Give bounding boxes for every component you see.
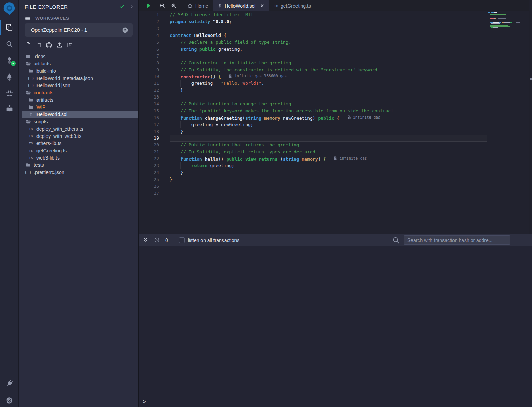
code-line-4[interactable]: 4contract HelloWorld { — [139, 32, 532, 39]
tree-item-ethers-lib-ts[interactable]: TSethers-lib.ts — [22, 140, 138, 147]
tree-item-contracts[interactable]: contracts — [22, 89, 138, 96]
tree-item-label: HelloWorld_metadata.json — [36, 75, 93, 81]
line-number: 3 — [139, 26, 159, 31]
tree-item-build-info[interactable]: build-info — [22, 67, 138, 74]
tree-item-web3-lib-ts[interactable]: TSweb3-lib.ts — [22, 154, 138, 161]
terminal-prompt: > — [143, 399, 146, 404]
code-line-15[interactable]: 15 // The "public" keyword makes the fun… — [139, 107, 532, 114]
upload-file-button[interactable] — [56, 42, 63, 49]
tree-item-artifacts[interactable]: artifacts — [22, 96, 138, 103]
tree-item-getgreeting-ts[interactable]: TSgetGreeting.ts — [22, 147, 138, 154]
workspaces-menu-button[interactable] — [25, 16, 31, 21]
terminal-body[interactable]: > — [139, 246, 532, 407]
minimap[interactable] — [488, 12, 515, 31]
remix-logo-icon — [2, 1, 17, 16]
tree-item-helloworld-json[interactable]: { }HelloWorld.json — [22, 82, 138, 89]
code-line-16[interactable]: 16 function changeGreeting(string memory… — [139, 114, 532, 121]
code-line-18[interactable]: 18 } — [139, 128, 532, 135]
tree-item-helloworld-sol[interactable]: HelloWorld.sol — [22, 111, 138, 118]
tree-item-artifacts[interactable]: artifacts — [22, 60, 138, 67]
code-text: } — [159, 170, 183, 175]
zoom-out-button[interactable] — [159, 3, 166, 9]
code-line-22[interactable]: 22 function hello() public view returns … — [139, 155, 532, 162]
line-number: 20 — [139, 142, 159, 147]
code-text: } — [159, 88, 183, 93]
code-line-25[interactable]: 25} — [139, 176, 532, 183]
sidebar-item-search[interactable] — [0, 40, 19, 48]
workspace-ok-button[interactable] — [119, 4, 125, 9]
sidebar-item-deploy-run[interactable] — [0, 73, 19, 82]
tree-item--deps[interactable]: .deps — [22, 53, 138, 60]
tree-item-label: web3-lib.ts — [36, 155, 60, 161]
code-line-26[interactable]: 26 — [139, 183, 532, 190]
tree-item-tests[interactable]: tests — [22, 161, 138, 169]
sidebar-item-file-explorer[interactable] — [0, 23, 19, 32]
code-line-2[interactable]: 2pragma solidity ^0.8.0; — [139, 18, 532, 25]
sidebar-item-learneth[interactable] — [0, 104, 19, 113]
file-actions-row — [25, 42, 73, 49]
activity-bar — [0, 0, 19, 407]
tree-item-deploy-with-web3-ts[interactable]: TSdeploy_with_web3.ts — [22, 132, 138, 140]
code-line-1[interactable]: 1// SPDX-License-Identifier: MIT — [139, 11, 532, 18]
tab-helloworld-sol[interactable]: HelloWorld.sol — [213, 0, 269, 11]
code-line-10[interactable]: 10 constructor() {infinite gas 368600 ga… — [139, 73, 532, 80]
code-editor[interactable]: 1// SPDX-License-Identifier: MIT2pragma … — [139, 11, 532, 234]
remix-logo[interactable] — [0, 1, 19, 16]
code-line-5[interactable]: 5 // Declare a public field of type stri… — [139, 39, 532, 46]
new-folder-button[interactable] — [35, 42, 42, 49]
line-number: 19 — [139, 135, 159, 141]
panel-collapse-button[interactable] — [129, 4, 134, 9]
terminal-search-input[interactable] — [404, 235, 510, 245]
resize-handle[interactable] — [530, 78, 532, 80]
code-line-17[interactable]: 17 greeting = newGreeting; — [139, 121, 532, 128]
code-line-11[interactable]: 11 greeting = "Hello, World!"; — [139, 80, 532, 87]
tab-getgreeting-ts[interactable]: TSgetGreeting.ts — [269, 0, 315, 11]
tree-item-wip[interactable]: WIP — [22, 103, 138, 111]
code-line-12[interactable]: 12 } — [139, 87, 532, 94]
code-line-7[interactable]: 7 — [139, 52, 532, 59]
code-text: greeting = newGreeting; — [159, 122, 253, 127]
upload-folder-button[interactable] — [66, 42, 73, 49]
sidebar-item-debugger[interactable] — [0, 89, 19, 98]
tree-item-label: getGreeting.ts — [36, 148, 67, 153]
github-button[interactable] — [45, 42, 52, 49]
code-line-19[interactable]: 19 — [139, 135, 532, 142]
sidebar-item-plugin-manager[interactable] — [0, 379, 19, 388]
code-text: contract HelloWorld { — [159, 33, 226, 38]
workspace-select[interactable]: OpenZeppelin ERC20 - 1 — [25, 23, 133, 37]
book-reader-icon — [5, 104, 14, 113]
code-line-8[interactable]: 8 // Constructor to initialize the greet… — [139, 59, 532, 66]
tree-item-scripts[interactable]: scripts — [22, 118, 138, 125]
line-number: 16 — [139, 115, 159, 120]
tree-item-label: HelloWorld.sol — [36, 112, 67, 117]
code-line-9[interactable]: 9 // In Solidity, the constructor is def… — [139, 66, 532, 73]
line-number: 14 — [139, 101, 159, 106]
sidebar-item-solidity-compiler[interactable] — [0, 56, 19, 65]
clear-console-button[interactable] — [154, 237, 160, 243]
code-line-23[interactable]: 23 return greeting; — [139, 162, 532, 169]
code-line-6[interactable]: 6 string public greeting; — [139, 45, 532, 52]
new-file-button[interactable] — [25, 42, 31, 49]
run-script-button[interactable] — [145, 2, 152, 9]
close-tab-icon[interactable] — [260, 3, 264, 8]
code-line-13[interactable]: 13 — [139, 94, 532, 101]
tree-item--prettierrc-json[interactable]: { }.prettierrc.json — [22, 169, 138, 176]
listen-transactions-checkbox[interactable] — [179, 237, 185, 243]
tree-item-deploy-with-ethers-ts[interactable]: TSdeploy_with_ethers.ts — [22, 125, 138, 132]
zoom-in-button[interactable] — [171, 3, 177, 9]
line-number: 13 — [139, 94, 159, 100]
line-number: 8 — [139, 60, 159, 65]
select-spinner-icon — [122, 27, 128, 33]
code-line-27[interactable]: 27 — [139, 190, 532, 196]
code-line-24[interactable]: 24 } — [139, 169, 532, 176]
terminal-collapse-button[interactable] — [143, 237, 148, 243]
tab-home[interactable]: Home — [182, 0, 213, 11]
line-number: 25 — [139, 177, 159, 182]
code-line-20[interactable]: 20 // Public function that returns the g… — [139, 142, 532, 149]
code-line-21[interactable]: 21 // In Solidity, explicit return types… — [139, 149, 532, 155]
code-line-3[interactable]: 3 — [139, 25, 532, 32]
sidebar-item-settings[interactable] — [0, 396, 19, 405]
tree-item-helloworld-metadata-json[interactable]: { }HelloWorld_metadata.json — [22, 74, 138, 82]
code-line-14[interactable]: 14 // Public function to change the gree… — [139, 101, 532, 108]
line-number: 23 — [139, 163, 159, 168]
